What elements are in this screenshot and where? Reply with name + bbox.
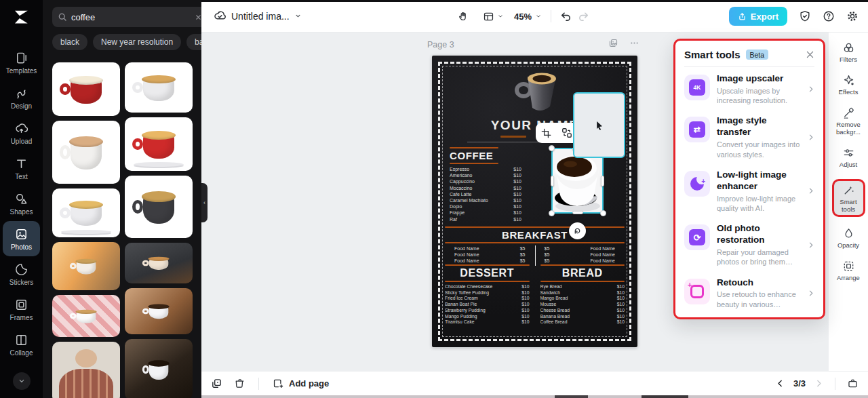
panel-collapse-handle[interactable]: ‹ [201,183,208,222]
zoom-level-dropdown[interactable]: 45% [514,12,542,22]
resize-handle-bottom[interactable] [572,211,583,214]
clear-search-icon[interactable] [195,14,201,21]
photo-result-tile[interactable] [125,288,193,334]
tool-retouch[interactable]: Retouch Use retouch to enhance beauty in… [675,271,823,313]
photo-result-tile[interactable] [125,339,193,398]
document-title-menu[interactable]: Untitled ima... [214,9,302,22]
sidebar-item-stickers[interactable]: Stickers [3,256,40,292]
tab-effects[interactable]: Effects [839,74,859,96]
sidebar-item-collage[interactable]: Collage [3,327,40,362]
resize-handle-left[interactable] [551,176,554,186]
help-button[interactable] [823,10,835,22]
photo-result-tile[interactable] [52,121,120,184]
hand-icon [458,11,469,22]
sidebar-item-design[interactable]: Design [3,80,40,115]
search-input[interactable] [71,12,191,22]
window-top-edge [201,0,868,2]
sidebar-item-shapes[interactable]: Shapes [3,186,40,221]
photo-result-tile[interactable] [125,117,193,171]
bottombar-divider [258,378,259,390]
tool-old-photo-restoration[interactable]: ⟳ Old photo restoration Repair your dama… [675,217,823,271]
document-title: Untitled ima... [231,11,290,22]
photo-result-tile[interactable] [52,295,120,337]
undo-button[interactable] [560,11,572,22]
close-icon[interactable] [806,50,814,59]
photo-result-tile[interactable] [52,242,120,290]
crop-icon[interactable] [541,128,551,138]
photo-result-tile[interactable] [52,342,120,398]
chevron-right-icon [808,85,815,93]
search-tag[interactable]: ba [186,34,201,50]
privacy-shield-button[interactable] [799,10,811,22]
beta-badge: Beta [746,49,769,60]
previous-page-button[interactable] [776,379,785,388]
page-setup-button[interactable] [478,7,508,26]
poster-coffee-cup-image[interactable] [504,63,566,116]
rotate-handle[interactable] [569,222,586,239]
export-button[interactable]: Export [729,7,787,26]
app-logo-icon[interactable] [0,7,43,27]
delete-page-button[interactable] [233,378,245,389]
menu-item-row: $5 Food Name [545,245,616,252]
tool-image-upscaler[interactable]: 4K Image upscaler Upscale images by incr… [675,67,823,109]
select-tool-button[interactable] [573,92,625,158]
tab-adjust[interactable]: Adjust [840,146,857,169]
tab-opacity[interactable]: Opacity [837,227,859,250]
dessert-menu-list: Chocolate Cheesecake$10 Sticky Toffee Pu… [445,284,530,325]
replace-icon[interactable] [561,127,572,138]
tab-remove-background[interactable]: Remove backgr... [831,106,865,136]
settings-button[interactable] [846,10,859,22]
sidebar-item-photos[interactable]: Photos [3,221,40,256]
menu-item-row: Strawberry Pudding$10 [445,308,530,314]
menu-item-row: Espresso$10 [450,166,521,172]
menu-item-row: Cheese Bread$10 [540,308,625,314]
sidebar-item-upload[interactable]: Upload [3,115,40,151]
gear-icon [846,10,859,22]
photo-result-tile[interactable] [125,243,193,283]
photo-result-tile[interactable] [52,188,120,237]
tab-arrange[interactable]: Arrange [837,260,860,282]
search-tag[interactable]: black [52,34,87,50]
chevron-right-icon [808,187,815,195]
bread-section: BREAD Rye Bread$10 Sandwich$10 Mango Bre… [540,263,625,325]
next-page-button[interactable] [814,379,823,388]
search-box[interactable] [52,7,201,27]
menu-item-row: Mango Bread$10 [540,296,625,302]
pan-tool-button[interactable] [454,7,472,26]
photo-result-tile[interactable] [52,62,120,116]
menu-item-row: Dopio$10 [450,203,521,210]
menu-item-row: Coffee Bread$10 [540,319,625,325]
tab-smart-tools[interactable]: Smart tools [836,184,861,214]
resize-handle-bottom-right[interactable] [600,210,606,216]
add-page-icon [273,378,284,389]
sidebar-item-frames[interactable]: Frames [3,292,40,327]
left-nav-rail: Templates Design Upload Text Shapes Phot… [0,0,43,398]
image-upscaler-icon: 4K [684,75,710,100]
sidebar-scroll-down-button[interactable] [13,372,31,390]
tool-image-style-transfer[interactable]: ⇄ Image style transfer Convert your imag… [675,109,823,163]
magic-wand-icon [842,184,855,197]
present-button[interactable] [847,378,859,389]
duplicate-page-icon[interactable] [608,38,618,48]
photo-result-tile[interactable] [125,176,193,238]
resize-handle-right[interactable] [601,176,604,186]
sidebar-item-text[interactable]: Text [3,151,40,186]
photo-grid-column-2 [125,62,193,398]
menu-item-row: Mousse$10 [540,302,625,308]
photo-result-tile[interactable] [125,62,193,113]
dessert-section: DESSERT Chocolate Cheesecake$10 Sticky T… [445,263,530,325]
sidebar-item-templates[interactable]: Templates [3,45,40,80]
tab-filters[interactable]: Filters [840,41,857,64]
resize-handle-top-left[interactable] [549,145,555,151]
app-window: Templates Design Upload Text Shapes Phot… [0,0,868,398]
effects-sparkle-icon [842,74,855,87]
add-page-button[interactable]: Add page [273,378,329,389]
page-more-options-icon[interactable] [629,38,639,48]
menu-item-row: Food Name$5 [454,245,526,252]
menu-item-row: Chocolate Cheesecake$10 [445,284,530,290]
search-tag[interactable]: New year resolution [93,34,181,50]
tool-low-light-enhancer[interactable]: Low-light image enhancer Improve low-lig… [675,163,823,217]
resize-handle-bottom-left[interactable] [549,210,555,216]
redo-button[interactable] [578,11,589,22]
duplicate-page-button[interactable] [211,378,222,389]
